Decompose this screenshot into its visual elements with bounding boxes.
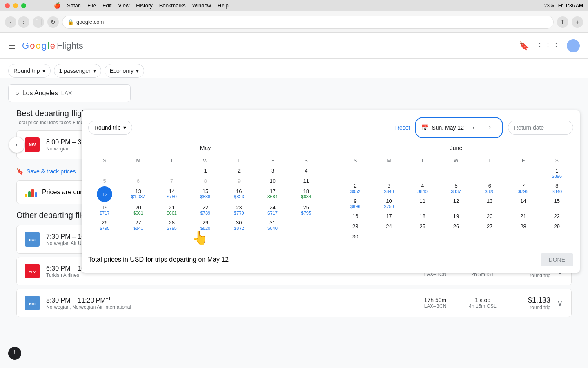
calendar-reset-button[interactable]: Reset — [395, 124, 410, 131]
next-month-button[interactable]: › — [483, 121, 497, 134]
mac-menu-bookmarks[interactable]: Bookmarks — [159, 2, 186, 9]
share-button[interactable]: ⬆ — [557, 16, 568, 28]
june-day-20[interactable]: 20 — [473, 211, 506, 221]
may-day-18[interactable]: 18$684 — [290, 186, 323, 202]
june-day-13[interactable]: 13 — [473, 196, 506, 211]
mac-menu-history[interactable]: History — [136, 2, 152, 9]
other-flight-3[interactable]: NAI 8:30 PM – 11:20 PM+1 Norwegian, Norw… — [16, 289, 572, 317]
may-day-2[interactable]: 2 — [223, 166, 255, 175]
june-day-9[interactable]: 9$896 — [339, 196, 372, 211]
june-day-27[interactable]: 27 — [473, 222, 506, 231]
june-day-8[interactable]: 8$840 — [541, 181, 573, 195]
may-day-17[interactable]: 17$684 — [256, 186, 289, 202]
menu-icon[interactable]: ☰ — [8, 41, 16, 51]
june-day-30[interactable]: 30 — [339, 232, 372, 241]
sidebar-toggle-button[interactable]: ⬜ — [33, 16, 44, 28]
june-day-7[interactable]: 7$795 — [507, 181, 539, 195]
mac-menu-help[interactable]: Help — [218, 2, 229, 9]
logo-l: l — [47, 40, 49, 51]
june-day-25[interactable]: 25 — [406, 222, 439, 231]
may-day-19[interactable]: 19$717 — [88, 203, 121, 217]
may-day-12[interactable]: 12 — [88, 186, 121, 202]
may-day-28[interactable]: 28$795 — [156, 218, 188, 232]
may-day-11[interactable]: 11 — [290, 176, 323, 186]
address-bar[interactable]: 🔒 google.com — [62, 16, 554, 29]
mac-menu-view[interactable]: View — [118, 2, 129, 9]
mac-menu-edit[interactable]: Edit — [102, 2, 111, 9]
mac-close-dot[interactable] — [5, 3, 10, 8]
june-day-14[interactable]: 14 — [507, 196, 539, 211]
june-day-5[interactable]: 5$837 — [440, 181, 472, 195]
calendar-trip-type-button[interactable]: Round trip ▾ — [88, 121, 132, 135]
may-day-4[interactable]: 4 — [290, 166, 323, 175]
june-day-26[interactable]: 26 — [440, 222, 472, 231]
class-button[interactable]: Economy ▾ — [105, 64, 144, 78]
feedback-button[interactable]: ! — [8, 347, 21, 360]
may-day-25[interactable]: 25$795 — [290, 203, 323, 217]
mac-minimize-dot[interactable] — [13, 3, 18, 8]
origin-input[interactable]: ○ Los Angeles LAX — [8, 84, 131, 102]
june-day-3[interactable]: 3$840 — [372, 181, 405, 195]
prev-month-button[interactable]: ‹ — [467, 121, 480, 134]
june-calendar: June S M T W T F S 1$896 — [339, 145, 573, 241]
june-day-12[interactable]: 12 — [440, 196, 472, 211]
june-day-1[interactable]: 1$896 — [541, 166, 573, 180]
mac-menu-safari[interactable]: Safari — [67, 2, 81, 9]
may-day-21[interactable]: 21$661 — [156, 203, 188, 217]
june-day-16[interactable]: 16 — [339, 211, 372, 221]
june-day-6[interactable]: 6$825 — [473, 181, 506, 195]
may-day-27[interactable]: 27$840 — [122, 218, 154, 232]
june-day-24[interactable]: 24 — [372, 222, 405, 231]
june-day-18[interactable]: 18 — [406, 211, 439, 221]
norwegian-intl-logo: NAI — [25, 296, 40, 310]
left-nav-arrow[interactable]: ‹ — [9, 137, 25, 153]
user-avatar[interactable] — [567, 39, 580, 52]
may-day-20[interactable]: 20$661 — [122, 203, 154, 217]
june-day-2[interactable]: 2$952 — [339, 181, 372, 195]
june-day-21[interactable]: 21 — [507, 211, 539, 221]
june-day-19[interactable]: 19 — [440, 211, 472, 221]
forward-button[interactable]: › — [18, 16, 29, 28]
may-day-15[interactable]: 15$888 — [189, 186, 222, 202]
may-day-3[interactable]: 3 — [256, 166, 289, 175]
june-day-22[interactable]: 22 — [541, 211, 573, 221]
may-day-22[interactable]: 22$739 — [189, 203, 222, 217]
bookmark-icon[interactable]: 🔖 — [519, 41, 529, 51]
june-day-29[interactable]: 29 — [541, 222, 573, 231]
mac-menu-apple[interactable]: 🍎 — [54, 2, 60, 9]
mac-fullscreen-dot[interactable] — [21, 3, 26, 8]
may-day-14[interactable]: 14$750 — [156, 186, 188, 202]
trip-type-button[interactable]: Round trip ▾ — [8, 64, 51, 78]
may-day-31[interactable]: 31$840 — [256, 218, 289, 232]
may-day-26[interactable]: 26$795 — [88, 218, 121, 232]
june-day-11[interactable]: 11 — [406, 196, 439, 211]
june-day-15[interactable]: 15 — [541, 196, 573, 211]
selected-date-display[interactable]: 📅 Sun, May 12 ‹ › — [415, 117, 503, 138]
return-date-input[interactable]: Return date — [508, 121, 573, 135]
new-tab-button[interactable]: + — [572, 16, 583, 28]
mac-menu-file[interactable]: File — [87, 2, 96, 9]
logo-g2: g — [42, 40, 47, 51]
back-button[interactable]: ‹ — [5, 16, 16, 28]
june-day-28[interactable]: 28 — [507, 222, 539, 231]
may-day-29[interactable]: 29$820 — [189, 218, 222, 232]
passengers-button[interactable]: 1 passenger ▾ — [54, 64, 101, 78]
calendars-container: May S M T W T F S 1 2 3 4 — [88, 145, 573, 241]
apps-icon[interactable]: ⋮⋮⋮ — [536, 41, 560, 51]
june-day-23[interactable]: 23 — [339, 222, 372, 231]
selected-date-text: Sun, May 12 — [432, 124, 464, 131]
may-day-1[interactable]: 1 — [189, 166, 222, 175]
reload-button[interactable]: ↻ — [47, 16, 59, 28]
june-day-17[interactable]: 17 — [372, 211, 405, 221]
may-day-24[interactable]: 24$717 — [256, 203, 289, 217]
may-day-13[interactable]: 13$1,037 — [122, 186, 154, 202]
may-day-23[interactable]: 23$779 — [223, 203, 255, 217]
june-day-10[interactable]: 10$750 — [372, 196, 405, 211]
may-day-30[interactable]: 30$872 — [223, 218, 255, 232]
may-day-10[interactable]: 10 — [256, 176, 289, 186]
june-day-4[interactable]: 4$840 — [406, 181, 439, 195]
may-day-16[interactable]: 16$823 — [223, 186, 255, 202]
done-button[interactable]: DONE — [541, 253, 573, 266]
mac-menu-window[interactable]: Window — [192, 2, 211, 9]
other-flight-3-expand-icon[interactable]: ∨ — [557, 298, 563, 308]
